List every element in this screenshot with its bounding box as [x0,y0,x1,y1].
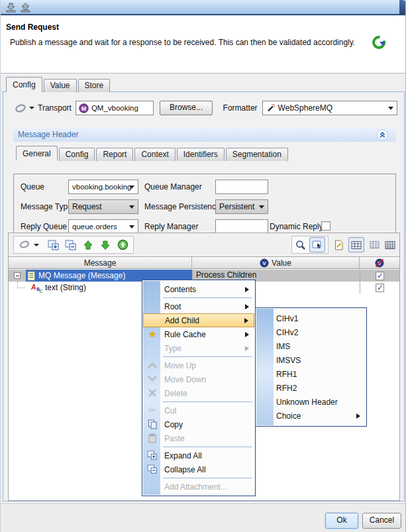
transport-link-button[interactable] [14,103,38,113]
menu-item-rule-cache[interactable]: ★ Rule Cache [143,327,254,341]
reply-queue-combo[interactable]: queue.orders [68,219,138,234]
menu-item-move-down[interactable]: Move Down [143,372,254,386]
menu-item-label: Cut [164,406,177,415]
queue-manager-input[interactable] [215,180,268,194]
validate-cell [360,282,399,293]
tab-report[interactable]: Report [96,148,133,161]
menu-item-label: Rule Cache [164,330,206,339]
tab-segmentation[interactable]: Segmentation [226,148,288,161]
svg-text:M: M [81,105,86,111]
submenu-item-rfh2[interactable]: RFH2 [256,381,366,395]
grid-view-icon[interactable] [348,237,364,252]
svg-text:V: V [262,260,266,266]
editor-toolbar-left-group [13,236,134,254]
zoom-icon[interactable] [295,239,307,250]
tab-identifiers[interactable]: Identifiers [177,148,225,161]
submenu-arrow-icon [356,413,360,419]
value-icon: V [260,258,269,268]
expand-all-icon[interactable] [48,239,60,250]
menu-item-delete[interactable]: Delete [143,386,254,400]
field-editor-icon[interactable] [309,237,325,252]
column-header-validate[interactable]: V [360,257,399,268]
collapse-node-icon[interactable] [14,272,21,279]
menu-item-root[interactable]: Root [143,299,254,313]
menu-item-label: Collapse All [164,465,206,474]
chevron-down-icon [388,107,393,110]
chevron-down-icon [146,373,159,385]
string-abc-icon: ABC [31,283,42,293]
tab-mh-config[interactable]: Config [59,148,95,161]
menu-item-expand-all[interactable]: Expand All [143,449,254,462]
new-document-icon[interactable] [332,239,344,250]
menu-item-label: Paste [164,434,185,443]
submenu-item-ims[interactable]: IMS [256,339,366,353]
import-icon[interactable] [5,2,17,13]
menu-item-label: Move Down [164,375,206,384]
grid-dense-icon[interactable] [384,239,396,250]
queue-combo[interactable]: vbooking.booking [68,180,138,194]
transport-label: Transport [38,103,72,113]
submenu-item-cihv1[interactable]: CIHv1 [256,311,366,325]
tab-store[interactable]: Store [78,79,111,92]
collapse-all-icon[interactable] [65,239,77,250]
menu-item-type[interactable]: Type [143,341,254,355]
green-circle-arrow-icon[interactable] [117,239,128,250]
move-down-icon[interactable] [99,239,111,250]
grid-compact-icon[interactable] [368,239,380,250]
field-link-button[interactable] [19,240,42,250]
ok-button[interactable]: Ok [325,513,358,529]
menu-item-add-child[interactable]: Add Child [143,313,254,327]
submenu-item-choice[interactable]: Choice [256,409,366,423]
copy-icon [146,418,159,430]
tab-general[interactable]: General [16,146,58,160]
collapse-all-icon [146,463,159,475]
queue-manager-icon: M [79,103,89,113]
chevron-down-icon [129,186,134,189]
collapse-section-button[interactable] [377,129,388,140]
transport-field[interactable]: M QM_vbooking [76,101,154,115]
column-header-message[interactable]: Message [9,257,192,268]
menu-item-add-attachment[interactable]: Add Attachment... [143,480,254,494]
submenu-item-cihv2[interactable]: CIHv2 [256,325,366,339]
validate-checkbox[interactable] [376,284,384,292]
export-icon[interactable] [20,2,31,13]
queue-manager-label: Queue Manager [144,182,202,191]
menu-separator [163,401,252,402]
chevron-down-icon [34,244,39,246]
chevron-down-icon [259,205,264,209]
message-persistence-combo[interactable]: Persistent [215,199,268,214]
no-validate-icon: V [375,258,384,268]
tab-config[interactable]: Config [6,77,42,92]
validate-checkbox[interactable] [376,272,384,280]
menu-item-label: Copy [164,420,183,429]
move-up-icon[interactable] [82,239,94,250]
menu-item-contents[interactable]: Contents [143,282,254,296]
cancel-button[interactable]: Cancel [362,513,401,529]
menu-separator [163,356,252,357]
message-type-combo[interactable]: Request [68,199,138,214]
submenu-item-rfh1[interactable]: RFH1 [256,367,366,381]
formatter-select[interactable]: WebSphereMQ [262,101,397,115]
menu-item-label: RFH1 [276,370,297,379]
editor-toolbar [9,233,399,256]
menu-item-cut[interactable]: ✂ Cut [143,403,254,417]
dynamic-reply-checkbox[interactable] [321,221,330,231]
transport-row: Transport M QM_vbooking Browse... Format… [14,100,397,116]
menu-item-label: Add Attachment... [164,482,227,492]
menu-item-collapse-all[interactable]: Collapse All [143,462,254,476]
menu-item-copy[interactable]: Copy [143,417,254,431]
submenu-item-imsvs[interactable]: IMSVS [256,353,366,367]
submenu-item-unknown-header[interactable]: Unknown Header [256,395,366,409]
message-header-section: Message Header General Config Report Con… [13,128,396,239]
menu-item-paste[interactable]: Paste [143,431,254,445]
tab-context[interactable]: Context [134,148,175,161]
tab-value[interactable]: Value [44,79,77,92]
menu-item-label: CIHv1 [276,314,298,323]
menu-item-move-up[interactable]: Move Up [143,358,254,372]
browse-button[interactable]: Browse... [160,101,212,115]
column-header-value[interactable]: V Value [192,257,360,268]
menu-item-label: Root [164,302,181,311]
chevron-down-icon [129,225,134,229]
reply-manager-input[interactable] [215,219,268,234]
double-chevron-up-icon [379,131,386,138]
